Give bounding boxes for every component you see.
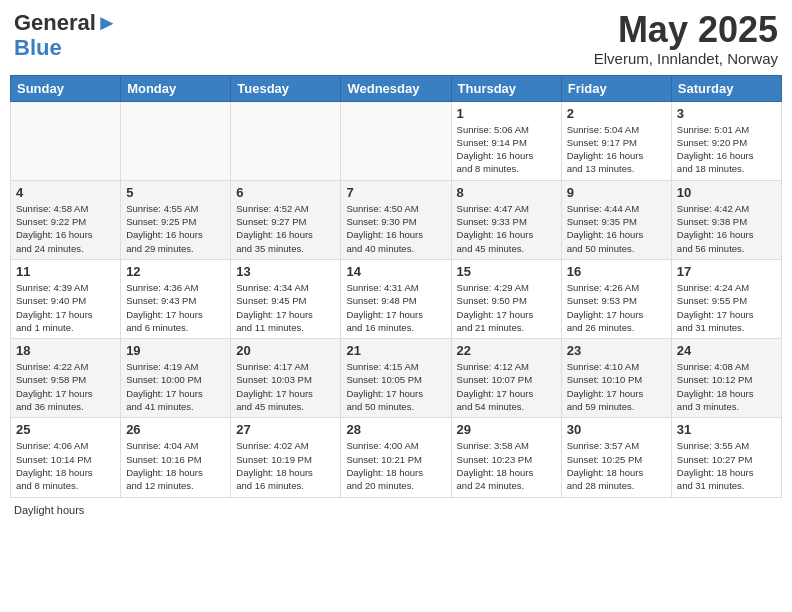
calendar-cell: 6Sunrise: 4:52 AMSunset: 9:27 PMDaylight… [231, 180, 341, 259]
day-info: Sunrise: 4:55 AMSunset: 9:25 PMDaylight:… [126, 202, 225, 255]
column-header-tuesday: Tuesday [231, 75, 341, 101]
calendar-cell: 10Sunrise: 4:42 AMSunset: 9:38 PMDayligh… [671, 180, 781, 259]
day-info: Sunrise: 4:52 AMSunset: 9:27 PMDaylight:… [236, 202, 335, 255]
calendar-cell: 25Sunrise: 4:06 AMSunset: 10:14 PMDaylig… [11, 418, 121, 497]
month-title: May 2025 [594, 10, 778, 50]
column-header-friday: Friday [561, 75, 671, 101]
header: General► Blue May 2025 Elverum, Innlande… [10, 10, 782, 67]
calendar-cell [341, 101, 451, 180]
calendar-cell: 8Sunrise: 4:47 AMSunset: 9:33 PMDaylight… [451, 180, 561, 259]
day-number: 5 [126, 185, 225, 200]
calendar-cell: 31Sunrise: 3:55 AMSunset: 10:27 PMDaylig… [671, 418, 781, 497]
calendar-week-row: 18Sunrise: 4:22 AMSunset: 9:58 PMDayligh… [11, 339, 782, 418]
location-title: Elverum, Innlandet, Norway [594, 50, 778, 67]
calendar-cell: 7Sunrise: 4:50 AMSunset: 9:30 PMDaylight… [341, 180, 451, 259]
footer-text: Daylight hours [14, 504, 84, 516]
day-number: 24 [677, 343, 776, 358]
day-info: Sunrise: 4:10 AMSunset: 10:10 PMDaylight… [567, 360, 666, 413]
day-info: Sunrise: 4:44 AMSunset: 9:35 PMDaylight:… [567, 202, 666, 255]
calendar-cell: 20Sunrise: 4:17 AMSunset: 10:03 PMDaylig… [231, 339, 341, 418]
day-number: 3 [677, 106, 776, 121]
day-info: Sunrise: 4:00 AMSunset: 10:21 PMDaylight… [346, 439, 445, 492]
calendar-cell: 5Sunrise: 4:55 AMSunset: 9:25 PMDaylight… [121, 180, 231, 259]
logo-line1: General► [14, 10, 118, 36]
logo-line2: Blue [14, 36, 62, 60]
calendar-cell: 28Sunrise: 4:00 AMSunset: 10:21 PMDaylig… [341, 418, 451, 497]
day-number: 27 [236, 422, 335, 437]
calendar-cell: 29Sunrise: 3:58 AMSunset: 10:23 PMDaylig… [451, 418, 561, 497]
calendar-cell: 11Sunrise: 4:39 AMSunset: 9:40 PMDayligh… [11, 259, 121, 338]
day-number: 21 [346, 343, 445, 358]
day-info: Sunrise: 4:34 AMSunset: 9:45 PMDaylight:… [236, 281, 335, 334]
calendar-cell: 3Sunrise: 5:01 AMSunset: 9:20 PMDaylight… [671, 101, 781, 180]
footer: Daylight hours [10, 504, 782, 516]
day-info: Sunrise: 3:58 AMSunset: 10:23 PMDaylight… [457, 439, 556, 492]
day-info: Sunrise: 4:17 AMSunset: 10:03 PMDaylight… [236, 360, 335, 413]
day-number: 25 [16, 422, 115, 437]
day-info: Sunrise: 5:01 AMSunset: 9:20 PMDaylight:… [677, 123, 776, 176]
calendar-cell: 26Sunrise: 4:04 AMSunset: 10:16 PMDaylig… [121, 418, 231, 497]
calendar-cell: 21Sunrise: 4:15 AMSunset: 10:05 PMDaylig… [341, 339, 451, 418]
day-info: Sunrise: 4:42 AMSunset: 9:38 PMDaylight:… [677, 202, 776, 255]
day-info: Sunrise: 4:12 AMSunset: 10:07 PMDaylight… [457, 360, 556, 413]
day-number: 6 [236, 185, 335, 200]
day-number: 20 [236, 343, 335, 358]
calendar-cell [11, 101, 121, 180]
calendar-cell: 27Sunrise: 4:02 AMSunset: 10:19 PMDaylig… [231, 418, 341, 497]
logo: General► Blue [14, 10, 118, 60]
day-number: 18 [16, 343, 115, 358]
calendar-cell: 14Sunrise: 4:31 AMSunset: 9:48 PMDayligh… [341, 259, 451, 338]
day-info: Sunrise: 4:50 AMSunset: 9:30 PMDaylight:… [346, 202, 445, 255]
day-number: 8 [457, 185, 556, 200]
column-header-thursday: Thursday [451, 75, 561, 101]
column-header-wednesday: Wednesday [341, 75, 451, 101]
day-info: Sunrise: 4:02 AMSunset: 10:19 PMDaylight… [236, 439, 335, 492]
day-info: Sunrise: 4:31 AMSunset: 9:48 PMDaylight:… [346, 281, 445, 334]
day-info: Sunrise: 4:39 AMSunset: 9:40 PMDaylight:… [16, 281, 115, 334]
day-number: 22 [457, 343, 556, 358]
day-number: 17 [677, 264, 776, 279]
day-number: 15 [457, 264, 556, 279]
calendar-cell [231, 101, 341, 180]
day-info: Sunrise: 3:57 AMSunset: 10:25 PMDaylight… [567, 439, 666, 492]
calendar-week-row: 1Sunrise: 5:06 AMSunset: 9:14 PMDaylight… [11, 101, 782, 180]
column-header-sunday: Sunday [11, 75, 121, 101]
day-number: 11 [16, 264, 115, 279]
day-number: 13 [236, 264, 335, 279]
calendar-cell: 17Sunrise: 4:24 AMSunset: 9:55 PMDayligh… [671, 259, 781, 338]
day-info: Sunrise: 5:04 AMSunset: 9:17 PMDaylight:… [567, 123, 666, 176]
day-info: Sunrise: 4:36 AMSunset: 9:43 PMDaylight:… [126, 281, 225, 334]
day-number: 30 [567, 422, 666, 437]
day-number: 28 [346, 422, 445, 437]
day-info: Sunrise: 4:06 AMSunset: 10:14 PMDaylight… [16, 439, 115, 492]
day-number: 23 [567, 343, 666, 358]
calendar-cell: 4Sunrise: 4:58 AMSunset: 9:22 PMDaylight… [11, 180, 121, 259]
day-number: 16 [567, 264, 666, 279]
day-number: 14 [346, 264, 445, 279]
calendar-week-row: 25Sunrise: 4:06 AMSunset: 10:14 PMDaylig… [11, 418, 782, 497]
title-area: May 2025 Elverum, Innlandet, Norway [594, 10, 778, 67]
calendar-header-row: SundayMondayTuesdayWednesdayThursdayFrid… [11, 75, 782, 101]
day-info: Sunrise: 4:15 AMSunset: 10:05 PMDaylight… [346, 360, 445, 413]
day-info: Sunrise: 4:24 AMSunset: 9:55 PMDaylight:… [677, 281, 776, 334]
day-number: 26 [126, 422, 225, 437]
calendar-week-row: 4Sunrise: 4:58 AMSunset: 9:22 PMDaylight… [11, 180, 782, 259]
calendar-cell: 19Sunrise: 4:19 AMSunset: 10:00 PMDaylig… [121, 339, 231, 418]
day-info: Sunrise: 4:19 AMSunset: 10:00 PMDaylight… [126, 360, 225, 413]
calendar-cell: 18Sunrise: 4:22 AMSunset: 9:58 PMDayligh… [11, 339, 121, 418]
day-info: Sunrise: 4:47 AMSunset: 9:33 PMDaylight:… [457, 202, 556, 255]
day-info: Sunrise: 4:08 AMSunset: 10:12 PMDaylight… [677, 360, 776, 413]
calendar-cell: 12Sunrise: 4:36 AMSunset: 9:43 PMDayligh… [121, 259, 231, 338]
calendar-week-row: 11Sunrise: 4:39 AMSunset: 9:40 PMDayligh… [11, 259, 782, 338]
calendar-cell: 24Sunrise: 4:08 AMSunset: 10:12 PMDaylig… [671, 339, 781, 418]
day-number: 9 [567, 185, 666, 200]
day-number: 7 [346, 185, 445, 200]
calendar-cell [121, 101, 231, 180]
day-info: Sunrise: 4:22 AMSunset: 9:58 PMDaylight:… [16, 360, 115, 413]
calendar: SundayMondayTuesdayWednesdayThursdayFrid… [10, 75, 782, 498]
column-header-saturday: Saturday [671, 75, 781, 101]
day-number: 1 [457, 106, 556, 121]
calendar-cell: 22Sunrise: 4:12 AMSunset: 10:07 PMDaylig… [451, 339, 561, 418]
calendar-cell: 9Sunrise: 4:44 AMSunset: 9:35 PMDaylight… [561, 180, 671, 259]
calendar-cell: 15Sunrise: 4:29 AMSunset: 9:50 PMDayligh… [451, 259, 561, 338]
